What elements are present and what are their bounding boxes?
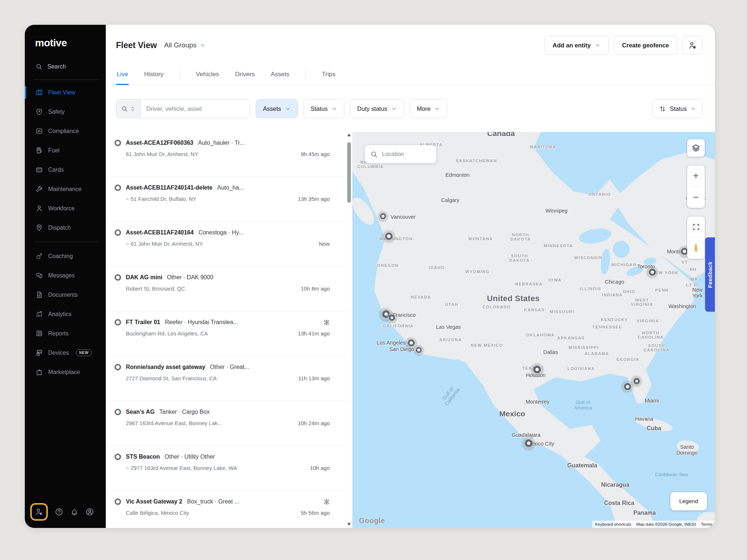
sidebar-item-devices[interactable]: Devices NEW	[25, 343, 106, 362]
sidebar-item-documents[interactable]: Documents	[25, 285, 106, 304]
map-marker[interactable]	[622, 381, 633, 392]
map-marker[interactable]	[631, 376, 642, 386]
map-marker[interactable]	[522, 437, 535, 450]
sidebar-item-messages[interactable]: Messages	[25, 266, 106, 285]
tab-live[interactable]: Live	[117, 63, 128, 85]
asset-status-dot	[115, 498, 121, 505]
tab-vehicles[interactable]: Vehicles	[196, 63, 219, 85]
sidebar-item-maintenance[interactable]: Maintenance	[25, 179, 106, 199]
asset-row[interactable]: Asset-ACEB11AF240141-delete Auto_ha... ~…	[106, 177, 347, 222]
sidebar-item-fuel[interactable]: Fuel	[25, 141, 106, 160]
map-marker[interactable]	[531, 363, 543, 376]
map-marker[interactable]	[414, 345, 423, 355]
sidebar: motive Search Fleet View Safety Complian…	[25, 25, 106, 528]
pegman-button[interactable]	[687, 238, 705, 259]
asset-row[interactable]: STS Beacon Other · Utility Other ~ 2977 …	[106, 446, 347, 491]
sort-arrows-icon	[659, 105, 666, 112]
filter-chip-status[interactable]: Status	[303, 99, 345, 118]
sidebar-item-workforce[interactable]: Workforce	[25, 199, 106, 218]
sidebar-item[interactable]	[34, 242, 98, 242]
legend-button[interactable]: Legend	[670, 492, 707, 510]
tab-trips[interactable]: Trips	[322, 63, 335, 85]
whistle-icon	[36, 253, 43, 260]
sidebar-item-label: Marketplace	[48, 369, 80, 376]
asset-status-dot	[115, 184, 121, 191]
document-icon	[36, 291, 43, 298]
tab-history[interactable]: History	[144, 63, 163, 85]
sidebar-item-cards[interactable]: Cards	[25, 160, 106, 179]
map-marker[interactable]	[387, 312, 397, 323]
map-label: Los Angeles	[377, 340, 406, 346]
manage-users-button[interactable]	[682, 36, 703, 55]
location-input[interactable]	[382, 151, 426, 158]
fuel-icon	[36, 147, 43, 154]
asset-row[interactable]: Vic Asset Gateway 2 Box_truck · Great ..…	[106, 491, 347, 528]
map[interactable]: CanadaALBERTAMANITOBABRITISH COLUMBIASAS…	[352, 132, 715, 528]
add-entity-button[interactable]: Add an entity	[544, 36, 609, 55]
filter-chip-duty-status[interactable]: Duty status	[350, 99, 404, 118]
asset-address: Robert St, Brossard, QC	[126, 285, 185, 292]
help-icon[interactable]	[55, 508, 63, 516]
sidebar-item-coaching[interactable]: Coaching	[25, 246, 106, 266]
map-marker[interactable]	[647, 267, 658, 277]
create-geofence-button[interactable]: Create geofence	[614, 36, 677, 55]
user-gear-icon[interactable]	[35, 508, 43, 516]
topbar: Fleet View All Groups Add an entity Crea…	[106, 25, 715, 63]
scroll-up-arrow[interactable]	[347, 133, 351, 136]
sort-selector[interactable]: Status	[653, 99, 703, 118]
asset-row[interactable]: Asset-ACEB11AF240164 Conestoga · Hy... ~…	[106, 222, 347, 267]
map-marker[interactable]	[378, 211, 388, 221]
search-mode-toggle[interactable]	[116, 100, 140, 118]
sidebar-item-dispatch[interactable]: Dispatch	[25, 218, 106, 237]
tab-assets[interactable]: Assets	[271, 63, 289, 85]
zoom-out-button[interactable]: −	[687, 187, 705, 208]
sidebar-item-marketplace[interactable]: Marketplace	[25, 362, 106, 382]
tab[interactable]	[305, 70, 306, 79]
sidebar-item-analytics[interactable]: Analytics	[25, 304, 106, 324]
group-selector[interactable]: All Groups	[164, 41, 205, 49]
map-marker[interactable]	[383, 230, 395, 242]
asset-row[interactable]: DAK AG mini Other · DAK 9000 Robert St, …	[106, 267, 347, 311]
map-data-attribution: Map data ©2026 Google, INEGI	[634, 521, 698, 528]
admin-settings-highlight[interactable]	[30, 503, 48, 521]
map-layers-button[interactable]	[687, 139, 705, 157]
zoom-in-button[interactable]: +	[687, 166, 705, 187]
keyboard-shortcuts-link[interactable]: Keyboard shortcuts	[592, 521, 634, 528]
view-tabs: Live History Vehicles Drivers Assets Tri…	[106, 63, 715, 85]
sidebar-item-label: Cards	[48, 167, 64, 173]
filter-chip-more[interactable]: More	[410, 99, 448, 118]
scroll-down-arrow[interactable]	[347, 523, 351, 526]
sidebar-item-compliance[interactable]: Compliance	[25, 121, 106, 141]
sidebar-item-reports[interactable]: Reports	[25, 324, 106, 343]
tab-label: History	[144, 71, 163, 78]
main-content: Fleet View All Groups Add an entity Crea…	[106, 25, 715, 528]
terms-link[interactable]: Terms	[698, 521, 715, 528]
search-icon	[36, 63, 42, 70]
asset-name: Ronnie/sandy asset gateway	[126, 364, 205, 370]
tab-drivers[interactable]: Drivers	[235, 63, 255, 85]
sidebar-item-label: Safety	[48, 109, 65, 115]
search-input[interactable]	[140, 100, 250, 118]
asset-meta: Tanker · Cargo Box	[159, 409, 330, 415]
profile-icon[interactable]	[86, 508, 94, 516]
scrollbar-thumb[interactable]	[347, 142, 351, 203]
asset-row[interactable]: Ronnie/sandy asset gateway Other · Great…	[106, 356, 347, 401]
notifications-bell-icon[interactable]	[70, 508, 78, 516]
fullscreen-button[interactable]	[687, 217, 705, 238]
tab[interactable]	[179, 70, 180, 79]
feedback-tab[interactable]: Feedback	[705, 237, 715, 312]
filter-chip-assets[interactable]: Assets	[256, 99, 298, 118]
asset-address: ~ 51 Fairchild Dr, Buffalo, NY	[126, 196, 197, 202]
asset-row[interactable]: Asset-ACEA12FF060363 Auto_hauler · Tr...…	[106, 132, 347, 177]
asset-row[interactable]: Sean’s AG Tanker · Cargo Box 2967 163rd …	[106, 401, 347, 446]
sidebar-search[interactable]: Search	[36, 63, 106, 70]
sort-label: Status	[670, 105, 687, 112]
map-location-search	[365, 145, 436, 163]
asset-row[interactable]: FT Trailer 01 Reefer · Hyundai Translea.…	[106, 311, 347, 356]
list-scrollbar[interactable]	[347, 132, 352, 528]
create-geofence-label: Create geofence	[622, 42, 669, 49]
feedback-label: Feedback	[707, 261, 713, 288]
sidebar-item-safety[interactable]: Safety	[25, 102, 106, 121]
sidebar-item-label: Workforce	[48, 205, 75, 212]
sidebar-item-fleet-view[interactable]: Fleet View	[25, 83, 106, 102]
